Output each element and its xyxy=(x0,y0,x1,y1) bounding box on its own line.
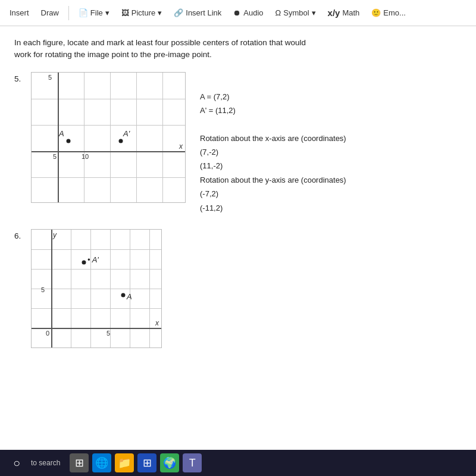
search-label: to search xyxy=(31,459,60,467)
rotation-y-1: (-7,2) xyxy=(200,187,346,201)
point-A-5-dot xyxy=(67,139,71,143)
info-panel-5: A = (7,2) A' = (11,2) Rotation about the… xyxy=(200,72,346,215)
point-A-5-label: A xyxy=(59,129,64,138)
emoji-label: Emo... xyxy=(383,8,406,17)
y-axis-6 xyxy=(51,230,52,347)
point-A-prime-5-label: A' xyxy=(123,129,130,138)
main-content: In each figure, locate and mark at least… xyxy=(0,26,476,450)
file-icon: 📄 xyxy=(79,8,88,17)
tick-5y-label-6: 5 xyxy=(41,286,45,293)
file-explorer-icon[interactable]: 📁 xyxy=(115,453,134,472)
grid6-v3 xyxy=(90,230,91,347)
taskbar-apps: ⊞ 🌐 📁 ⊞ 🌍 T xyxy=(70,453,202,472)
graph-5-canvas: x 5 10 5 A A' xyxy=(31,72,186,203)
link-icon: 🔗 xyxy=(174,8,183,17)
audio-label: Audio xyxy=(243,8,263,17)
rotation-x-1: (7,-2) xyxy=(200,145,346,159)
point-A-6-label: A xyxy=(127,292,132,301)
problem-5-number: 5. xyxy=(14,72,31,83)
instructions-text: In each figure, locate and mark at least… xyxy=(14,37,312,61)
taskbar: ○ to search ⊞ 🌐 📁 ⊞ 🌍 T xyxy=(0,450,476,476)
emoji-button[interactable]: 🙂 Emo... xyxy=(367,6,411,20)
audio-icon: ⏺ xyxy=(233,8,241,17)
search-icon[interactable]: ○ xyxy=(7,453,26,472)
file-button[interactable]: 📄 File ▾ xyxy=(74,6,114,20)
grid6-v6 xyxy=(149,230,150,347)
tick-y5-label: 5 xyxy=(48,74,52,81)
grid6-v4 xyxy=(110,230,111,347)
draw-button[interactable]: Draw xyxy=(36,6,64,20)
grid6-v5 xyxy=(130,230,130,347)
symbol-button[interactable]: Ω Symbol ▾ xyxy=(271,6,321,20)
emoji-icon: 🙂 xyxy=(371,8,381,17)
grid-v3 xyxy=(110,73,111,202)
grid6-v2 xyxy=(71,230,71,347)
grid-v5 xyxy=(162,73,163,202)
edge-app-icon[interactable]: 🌐 xyxy=(92,453,111,472)
audio-button[interactable]: ⏺ Audio xyxy=(228,6,268,20)
omega-icon: Ω xyxy=(275,8,281,17)
symbol-label: Symbol xyxy=(283,8,309,17)
point-A-prime-5-dot xyxy=(119,139,123,143)
draw-label: Draw xyxy=(41,8,59,17)
point-A-6-dot xyxy=(121,293,126,298)
math-button[interactable]: x/y Math xyxy=(323,5,365,20)
tick-5x-label-6: 5 xyxy=(107,330,110,337)
insert-button[interactable]: Insert xyxy=(5,6,34,20)
problem-6-number: 6. xyxy=(14,229,31,240)
toolbar: Insert Draw 📄 File ▾ 🖼 Picture ▾ 🔗 Inser… xyxy=(0,0,476,26)
insert-link-button[interactable]: 🔗 Insert Link xyxy=(169,6,226,20)
coords-A: A = (7,2) xyxy=(200,90,346,104)
graph-6-canvas: y x 0 5 5 • A' A xyxy=(31,229,162,348)
picture-label: Picture xyxy=(131,8,155,17)
tick-5-label: 5 xyxy=(53,153,57,160)
symbol-chevron: ▾ xyxy=(312,8,316,17)
x-axis-5 xyxy=(32,151,185,152)
coords-A-prime: A' = (11,2) xyxy=(200,104,346,117)
x-axis-label-6: x xyxy=(155,319,159,327)
grid-v2 xyxy=(84,73,84,202)
rotation-y-2: (-11,2) xyxy=(200,201,346,215)
tick-0-label-6: 0 xyxy=(46,330,49,337)
grid-v4 xyxy=(136,73,137,202)
divider1 xyxy=(68,6,69,20)
point-A-prime-6-label: • A' xyxy=(87,255,99,264)
file-chevron: ▾ xyxy=(105,8,109,17)
picture-icon: 🖼 xyxy=(121,8,129,17)
graph-6-container: y x 0 5 5 • A' A xyxy=(31,229,162,348)
rotation-x-2: (11,-2) xyxy=(200,159,346,173)
math-icon: x/y xyxy=(328,8,340,18)
windows-app-icon[interactable]: ⊞ xyxy=(70,453,89,472)
y-axis-label-6: y xyxy=(53,231,57,239)
teams-app-icon[interactable]: T xyxy=(183,453,202,472)
tick-10-label: 10 xyxy=(82,153,89,160)
microsoft-store-icon[interactable]: ⊞ xyxy=(137,453,156,472)
problem-5-section: 5. x xyxy=(14,72,462,215)
math-label: Math xyxy=(342,8,359,17)
insert-link-label: Insert Link xyxy=(186,8,221,17)
graph-5-container: x 5 10 5 A A' xyxy=(31,72,186,203)
insert-label: Insert xyxy=(10,8,29,17)
rotation-x-title: Rotation about the x-axis are (coordinat… xyxy=(200,131,346,145)
picture-chevron: ▾ xyxy=(158,8,162,17)
point-A-prime-6-dot xyxy=(82,261,86,265)
problem-6-section: 6. xyxy=(14,229,462,348)
picture-button[interactable]: 🖼 Picture ▾ xyxy=(117,6,167,20)
x-axis-label-5: x xyxy=(179,142,183,151)
rotation-y-title: Rotation about the y-axis are (coordinat… xyxy=(200,173,346,187)
chrome-app-icon[interactable]: 🌍 xyxy=(160,453,179,472)
file-label: File xyxy=(90,8,103,17)
